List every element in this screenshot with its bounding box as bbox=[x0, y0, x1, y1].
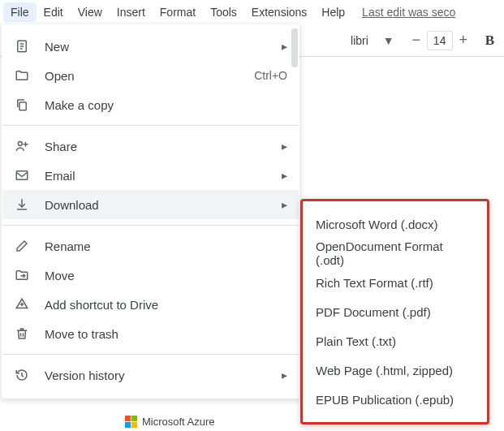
menu-item-label: Download bbox=[45, 198, 282, 212]
menu-insert[interactable]: Insert bbox=[110, 2, 153, 22]
menu-item-label: Add shortcut to Drive bbox=[45, 298, 287, 312]
download-icon bbox=[14, 196, 30, 213]
menu-view[interactable]: View bbox=[71, 2, 110, 22]
rename-icon bbox=[14, 238, 30, 254]
font-family-select[interactable]: libri ▼ bbox=[344, 31, 401, 50]
download-txt[interactable]: Plain Text (.txt) bbox=[303, 326, 487, 356]
download-pdf[interactable]: PDF Document (.pdf) bbox=[303, 297, 487, 326]
menu-item-label: Email bbox=[45, 169, 282, 183]
menu-separator bbox=[2, 125, 299, 126]
submenu-arrow-icon: ▸ bbox=[282, 198, 287, 211]
menu-item-label: Open bbox=[45, 69, 254, 83]
share-icon bbox=[14, 138, 30, 154]
file-menu-dropdown: New ▸ Open Ctrl+O Make a copy Share ▸ Em… bbox=[2, 24, 299, 399]
menu-format[interactable]: Format bbox=[153, 2, 203, 22]
menu-item-version-history[interactable]: Version history ▸ bbox=[2, 360, 299, 390]
download-odt[interactable]: OpenDocument Format (.odt) bbox=[303, 239, 487, 268]
drive-shortcut-icon bbox=[14, 296, 30, 312]
menu-item-share[interactable]: Share ▸ bbox=[2, 131, 299, 161]
menu-edit[interactable]: Edit bbox=[37, 2, 71, 22]
font-name-label: libri bbox=[351, 34, 368, 47]
azure-label: Microsoft Azure bbox=[142, 416, 215, 428]
font-size-decrease[interactable]: − bbox=[406, 30, 427, 51]
menu-item-label: Move to trash bbox=[45, 327, 287, 341]
svg-rect-4 bbox=[19, 102, 26, 110]
bold-button[interactable]: B bbox=[479, 32, 501, 49]
menu-item-label: Version history bbox=[45, 369, 282, 382]
menu-item-trash[interactable]: Move to trash bbox=[2, 319, 299, 348]
doc-icon bbox=[14, 38, 30, 54]
download-html[interactable]: Web Page (.html, zipped) bbox=[303, 356, 487, 385]
microsoft-logo-icon bbox=[125, 416, 137, 428]
submenu-arrow-icon: ▸ bbox=[282, 169, 287, 182]
menu-item-label: Rename bbox=[45, 239, 287, 253]
chevron-down-icon: ▼ bbox=[383, 34, 394, 47]
download-docx[interactable]: Microsoft Word (.docx) bbox=[303, 209, 487, 239]
azure-brand: Microsoft Azure bbox=[122, 412, 218, 431]
submenu-arrow-icon: ▸ bbox=[282, 140, 287, 153]
last-edit-status[interactable]: Last edit was seco bbox=[362, 6, 455, 19]
download-rtf[interactable]: Rich Text Format (.rtf) bbox=[303, 268, 487, 297]
download-submenu: Microsoft Word (.docx) OpenDocument Form… bbox=[300, 199, 489, 425]
menu-item-email[interactable]: Email ▸ bbox=[2, 161, 299, 190]
menu-extensions[interactable]: Extensions bbox=[244, 2, 314, 22]
svg-rect-8 bbox=[16, 171, 28, 180]
menu-tools[interactable]: Tools bbox=[203, 2, 244, 22]
menu-item-label: Move bbox=[45, 269, 287, 282]
history-icon bbox=[14, 367, 30, 383]
menu-separator bbox=[2, 225, 299, 226]
copy-icon bbox=[14, 97, 30, 113]
menu-item-label: Share bbox=[45, 140, 282, 153]
move-icon bbox=[14, 267, 30, 283]
menubar: File Edit View Insert Format Tools Exten… bbox=[0, 0, 504, 24]
trash-icon bbox=[14, 325, 30, 342]
menu-item-move[interactable]: Move bbox=[2, 261, 299, 290]
font-size-value[interactable]: 14 bbox=[427, 31, 453, 50]
font-size-stepper: − 14 + bbox=[406, 30, 474, 51]
submenu-arrow-icon: ▸ bbox=[282, 369, 287, 381]
menu-item-label: New bbox=[45, 40, 282, 54]
menu-separator bbox=[2, 354, 299, 355]
menu-item-label: Make a copy bbox=[45, 98, 287, 112]
menu-shortcut: Ctrl+O bbox=[254, 69, 287, 82]
menu-help[interactable]: Help bbox=[314, 2, 352, 22]
menu-item-make-copy[interactable]: Make a copy bbox=[2, 90, 299, 119]
menu-item-download[interactable]: Download ▸ bbox=[2, 190, 299, 219]
download-epub[interactable]: EPUB Publication (.epub) bbox=[303, 385, 487, 414]
svg-point-5 bbox=[18, 142, 22, 146]
menu-item-rename[interactable]: Rename bbox=[2, 231, 299, 261]
menu-item-add-shortcut[interactable]: Add shortcut to Drive bbox=[2, 290, 299, 319]
submenu-arrow-icon: ▸ bbox=[282, 40, 287, 53]
menu-file[interactable]: File bbox=[3, 2, 37, 22]
mail-icon bbox=[14, 167, 30, 183]
folder-icon bbox=[14, 67, 30, 84]
font-size-increase[interactable]: + bbox=[453, 30, 474, 51]
menu-item-new[interactable]: New ▸ bbox=[2, 32, 299, 61]
menu-item-open[interactable]: Open Ctrl+O bbox=[2, 61, 299, 90]
